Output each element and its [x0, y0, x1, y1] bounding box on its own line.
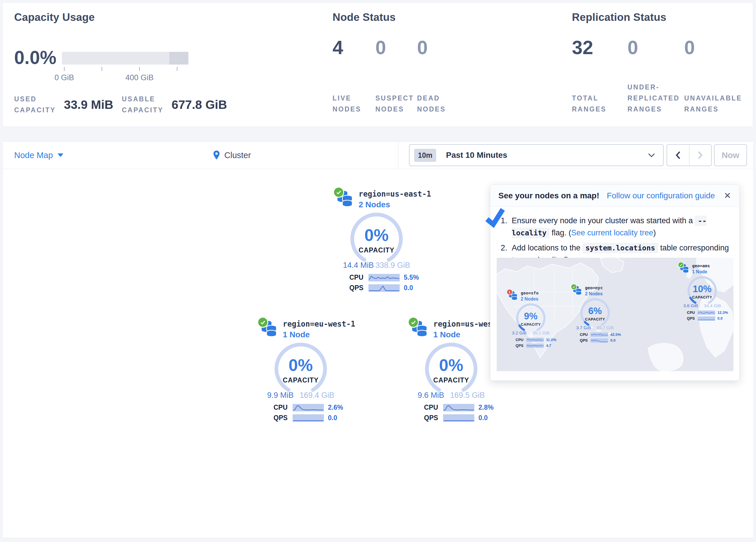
- axis-tick-label: 400 GiB: [125, 73, 154, 82]
- healthy-check-icon: [333, 187, 344, 198]
- world-minimap: 1 geo=sfo 2 Nodes 9% CAPACITY 3.2 GiB 35…: [497, 258, 733, 371]
- qps-label: QPS: [274, 414, 289, 422]
- time-range-dropdown[interactable]: 10m Past 10 Minutes: [409, 144, 664, 166]
- qps-value: 4.7: [546, 344, 551, 348]
- qps-label: QPS: [580, 338, 588, 343]
- suspect-nodes-count: 0: [375, 38, 386, 57]
- region-nodes-link[interactable]: 1 Node: [283, 330, 310, 339]
- region-nodes-link[interactable]: 2 Nodes: [359, 200, 390, 209]
- region-label: geo=sfo: [521, 291, 538, 296]
- capacity-usage-title: Capacity Usage: [14, 11, 223, 23]
- region-nodes-link[interactable]: 2 Nodes: [521, 297, 538, 302]
- chevron-left-icon: [675, 150, 682, 160]
- region-nodes-link[interactable]: 2 Nodes: [585, 291, 603, 297]
- toolbar-divider: [398, 141, 398, 169]
- cpu-sparkline: [443, 404, 474, 412]
- geo-node-nyc: geo=nyc 2 Nodes 6% CAPACITY 3.7 GiB 65.7…: [571, 284, 624, 348]
- capacity-total: 338.9 GiB: [375, 261, 410, 270]
- region-node-us-west-1: region=us-west-1 1 Node 0% CAPACITY 9.6 …: [408, 317, 503, 430]
- time-next-button[interactable]: [689, 145, 711, 166]
- total-ranges-count: 32: [572, 38, 593, 57]
- qps-sparkline: [368, 284, 400, 292]
- region-node-us-east-1: region=us-east-1 2 Nodes 0% CAPACITY 14.…: [333, 187, 429, 300]
- breadcrumb-label: Cluster: [224, 150, 251, 160]
- now-button[interactable]: Now: [714, 144, 747, 166]
- region-label: geo=ams: [692, 263, 710, 268]
- qps-value: 0.0: [478, 414, 488, 422]
- node-status-title: Node Status: [333, 11, 535, 23]
- healthy-check-icon: [408, 317, 419, 328]
- capacity-word: CAPACITY: [346, 246, 407, 254]
- axis-tick: [139, 67, 140, 71]
- chevron-down-icon: [58, 153, 63, 157]
- summary-panel: Capacity Usage 0.0% 0 GiB 400 GiB USED C…: [2, 2, 753, 127]
- axis-tick: [64, 67, 65, 71]
- dead-nodes-label: DEAD NODES: [417, 93, 446, 115]
- region-label: region=us-east-1: [359, 190, 431, 198]
- popup-title: See your nodes on a map!: [498, 191, 599, 200]
- configuration-guide-link[interactable]: Follow our configuration guide: [607, 191, 715, 200]
- step-text: Ensure every node in your cluster was st…: [512, 215, 731, 239]
- code-span: system.locations: [583, 243, 658, 253]
- usable-capacity-value: 677.8 GiB: [172, 98, 227, 112]
- cpu-sparkline: [293, 404, 324, 412]
- chevron-down-icon: [648, 153, 655, 157]
- replication-status-title: Replication Status: [572, 11, 751, 23]
- qps-sparkline: [698, 316, 715, 321]
- locality-tree-link[interactable]: See current locality tree: [571, 228, 653, 237]
- qps-value: 0.0: [404, 284, 413, 292]
- dead-nodes-count: 0: [417, 38, 428, 57]
- breadcrumb[interactable]: Cluster: [213, 141, 251, 169]
- usable-capacity-label: USABLE CAPACITY: [122, 94, 164, 116]
- capacity-used: 3.7 GiB: [576, 325, 591, 330]
- total-ranges-label: TOTAL RANGES: [572, 93, 606, 115]
- cpu-sparkline: [526, 338, 544, 342]
- capacity-total: 169.4 GiB: [300, 391, 334, 400]
- qps-sparkline: [526, 344, 544, 348]
- step-text-part: Ensure every node in your cluster was st…: [512, 216, 695, 225]
- capacity-total: 169.5 GiB: [450, 391, 485, 400]
- geo-node-ams: geo=ams 1 Node 10% CAPACITY 3.6 GiB 34.4…: [678, 262, 731, 326]
- popup-body: 1. Ensure every node in your cluster was…: [490, 207, 739, 266]
- capacity-usage-bar-other-segment: [169, 52, 188, 65]
- popup-header: See your nodes on a map! Follow our conf…: [490, 185, 739, 207]
- cpu-value: 42.5%: [610, 333, 621, 337]
- capacity-word: CAPACITY: [270, 376, 331, 384]
- close-icon[interactable]: ✕: [724, 190, 731, 201]
- capacity-percent: 6%: [578, 306, 612, 315]
- time-prev-button[interactable]: [667, 145, 689, 166]
- under-replicated-label: UNDER- REPLICATED RANGES: [627, 82, 680, 115]
- axis-tick-label: 0 GiB: [54, 73, 74, 82]
- step-text-part: Add locations to the: [512, 243, 583, 252]
- capacity-usage-section: Capacity Usage 0.0% 0 GiB 400 GiB USED C…: [14, 11, 223, 23]
- qps-value: 0.0: [718, 316, 723, 321]
- live-nodes-count: 4: [333, 38, 343, 57]
- view-selector-dropdown[interactable]: Node Map: [14, 141, 63, 169]
- qps-label: QPS: [515, 344, 524, 348]
- time-pager: [667, 144, 712, 166]
- capacity-percent: 0%: [346, 227, 407, 243]
- geo-node-sfo: 1 geo=sfo 2 Nodes 9% CAPACITY 3.2 GiB 35…: [507, 289, 560, 353]
- region-label: geo=nyc: [585, 286, 603, 291]
- time-range-label: Past 10 Minutes: [446, 150, 507, 160]
- error-count-badge: 1: [507, 289, 513, 295]
- healthy-check-icon: [257, 317, 268, 328]
- cpu-label: CPU: [687, 311, 695, 315]
- cpu-value: 2.8%: [478, 404, 493, 412]
- capacity-usage-bar: [62, 52, 188, 65]
- node-map-canvas: region=us-east-1 2 Nodes 0% CAPACITY 14.…: [2, 169, 754, 538]
- capacity-word: CAPACITY: [685, 295, 719, 300]
- capacity-used: 3.2 GiB: [512, 330, 526, 335]
- capacity-used: 14.4 MiB: [343, 261, 374, 270]
- qps-sparkline: [590, 338, 608, 343]
- region-nodes-link[interactable]: 1 Node: [692, 269, 707, 275]
- region-label: region=eu-west-1: [283, 320, 355, 328]
- cpu-label: CPU: [349, 274, 364, 282]
- cpu-label: CPU: [580, 333, 588, 337]
- suspect-nodes-label: SUSPECT NODES: [375, 93, 414, 115]
- region-nodes-link[interactable]: 1 Node: [433, 330, 460, 339]
- capacity-usage-percent: 0.0%: [14, 48, 56, 67]
- live-nodes-label: LIVE NODES: [333, 93, 361, 115]
- qps-sparkline: [443, 414, 474, 422]
- healthy-check-icon: [678, 262, 684, 268]
